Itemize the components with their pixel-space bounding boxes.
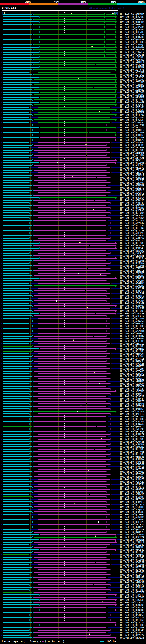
row-start-tick [2, 139, 3, 141]
hsp1-bar [3, 343, 29, 344]
hsp2-bar [38, 338, 110, 339]
hsp1-bar [3, 79, 32, 80]
row-start-tick [2, 52, 3, 53]
unaligned-subject-line [31, 213, 38, 213]
unaligned-subject-line [108, 512, 120, 512]
hsp2-bar [33, 285, 116, 286]
unaligned-subject-line [112, 72, 120, 72]
row-start-tick [2, 569, 3, 571]
hsp2-bar [33, 486, 106, 487]
hsp1-bar [3, 614, 29, 616]
row-start-tick [2, 200, 3, 201]
unaligned-subject-line [112, 635, 120, 635]
unaligned-subject-line [31, 203, 38, 203]
hsp2-bar [33, 461, 106, 462]
hsp2-bar [33, 114, 116, 115]
row-anchor-dot [1, 47, 1, 48]
hsp2-bar [40, 52, 116, 52]
row-start-tick [2, 262, 3, 264]
unaligned-subject-line [112, 434, 120, 434]
hsp1-bar [3, 110, 32, 110]
hsp2-bar [40, 26, 116, 28]
unaligned-subject-line [117, 137, 120, 138]
hsp1-bar [3, 77, 39, 78]
hit-label[interactable]: UniRef100_B6JIX0 [120, 636, 145, 639]
unaligned-subject-line [108, 376, 120, 376]
hsp1-bar [3, 602, 32, 603]
row-anchor-dot [1, 605, 1, 606]
unaligned-subject-line [112, 479, 120, 480]
hsp1-bar [3, 114, 32, 115]
row-start-tick [2, 466, 3, 468]
row-anchor-dot [1, 323, 1, 324]
large-gap-query-icon [88, 470, 89, 471]
hsp2-bar [38, 353, 110, 354]
row-anchor-dot [1, 77, 1, 78]
unaligned-subject-line [112, 338, 120, 339]
gap-notch [85, 42, 86, 42]
hsp2-bar [38, 489, 110, 490]
hsp1-bar [3, 330, 32, 332]
unaligned-subject-line [31, 233, 38, 233]
unaligned-subject-line [112, 394, 120, 394]
hsp1-bar [3, 416, 32, 417]
hsp1-bar [3, 124, 32, 126]
unaligned-subject-line [112, 358, 120, 359]
row-start-tick [2, 102, 3, 103]
hsp1-bar [3, 147, 29, 148]
hsp1-bar [3, 323, 29, 324]
unaligned-subject-line [112, 429, 120, 429]
row-anchor-dot [1, 92, 1, 93]
hsp2-bar [33, 401, 106, 402]
unaligned-subject-line [108, 240, 120, 241]
unaligned-subject-line [108, 180, 120, 180]
identity-scale-label: ~60% [78, 0, 86, 3]
hsp2-bar [33, 134, 116, 136]
hsp1-bar [3, 446, 32, 447]
unaligned-subject-line [117, 248, 120, 248]
hsp2-bar [38, 494, 110, 495]
unaligned-subject-line [108, 482, 120, 482]
hsp2-bar [38, 273, 110, 274]
hsp1-bar [3, 225, 32, 226]
row-start-tick [2, 529, 3, 530]
row-start-tick [2, 464, 3, 465]
unaligned-subject-line [31, 378, 38, 379]
row-anchor-dot [1, 474, 1, 475]
row-anchor-dot [1, 554, 1, 555]
hsp2-bar [33, 210, 106, 211]
unaligned-subject-line [117, 52, 120, 52]
row-start-tick [2, 499, 3, 500]
row-start-tick [2, 174, 3, 176]
hsp2-bar [33, 84, 116, 85]
unaligned-subject-line [108, 205, 120, 206]
unaligned-subject-line [108, 386, 120, 386]
gap-notch [94, 449, 95, 450]
row-start-tick [2, 484, 3, 485]
unaligned-subject-line [117, 534, 120, 535]
hsp1-bar [3, 242, 39, 244]
hsp1-bar [3, 230, 32, 231]
hsp1-bar [3, 84, 32, 85]
unaligned-subject-line [31, 263, 38, 264]
row-start-tick [2, 458, 3, 460]
hsp1-bar [3, 187, 29, 188]
hsp2-bar [33, 366, 106, 367]
hsp2-bar [38, 635, 110, 636]
row-start-tick [2, 406, 3, 407]
row-anchor-dot [1, 208, 1, 208]
unaligned-subject-line [108, 476, 120, 477]
unaligned-subject-line [112, 519, 120, 520]
segment-boundary-tick [47, 107, 47, 108]
row-start-tick [2, 134, 3, 136]
row-start-tick [2, 554, 3, 556]
unaligned-subject-line [108, 617, 120, 618]
hsp1-bar [3, 107, 29, 108]
hsp1-bar [3, 170, 32, 171]
row-anchor-dot [1, 534, 1, 535]
row-start-tick [2, 36, 3, 38]
hsp2-bar [40, 162, 116, 163]
gap-notch [85, 290, 86, 291]
unaligned-subject-line [117, 17, 120, 17]
hsp1-bar [3, 228, 29, 228]
